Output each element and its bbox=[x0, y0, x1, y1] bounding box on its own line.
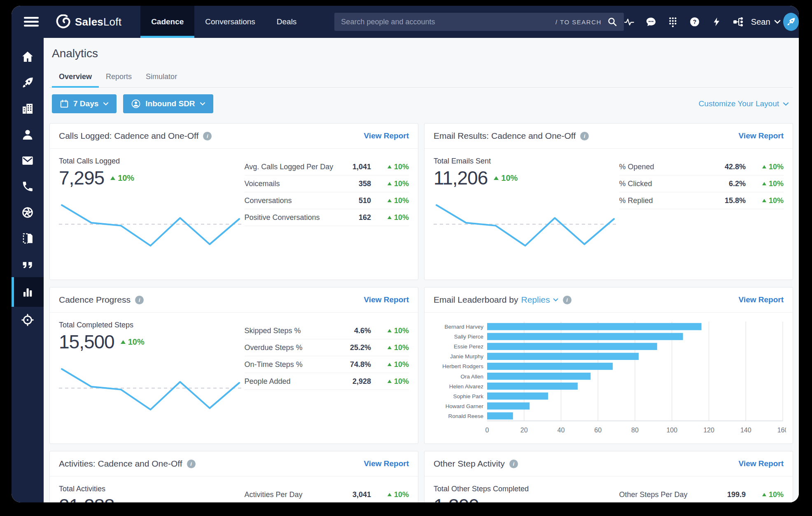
info-icon[interactable] bbox=[509, 460, 518, 468]
sidebar-item-live-feed-target[interactable] bbox=[12, 307, 44, 333]
card-other-step-activity: Other Step Activity View Report Total Ot… bbox=[424, 451, 793, 502]
calls-sparkline-chart bbox=[59, 202, 245, 256]
stat-row: On-Time Steps %74.8%10% bbox=[245, 356, 409, 373]
view-report-link[interactable]: View Report bbox=[739, 295, 784, 304]
nav-tab-deals[interactable]: Deals bbox=[266, 6, 308, 38]
person-circle-icon bbox=[131, 99, 141, 109]
search-shortcut-hint: / TO SEARCH bbox=[555, 19, 602, 26]
dialpad-icon[interactable] bbox=[667, 16, 678, 27]
card-title: Calls Logged: Cadence and One-Off bbox=[59, 131, 198, 141]
user-menu[interactable]: Sean bbox=[751, 17, 781, 27]
tab-overview[interactable]: Overview bbox=[52, 68, 99, 88]
metric-label: Replies bbox=[521, 295, 550, 305]
calendar-icon bbox=[60, 99, 69, 108]
team-dropdown[interactable]: Inbound SDR bbox=[123, 94, 213, 113]
team-label: Inbound SDR bbox=[145, 99, 195, 108]
tab-reports[interactable]: Reports bbox=[99, 68, 139, 88]
sidebar bbox=[12, 38, 44, 502]
bolt-icon[interactable] bbox=[711, 16, 722, 27]
card-activities: Activities: Cadence and One-Off View Rep… bbox=[49, 451, 418, 502]
sidebar-item-aperture[interactable] bbox=[12, 199, 44, 225]
svg-text:Janie Murphy: Janie Murphy bbox=[450, 353, 483, 360]
stat-delta: 10% bbox=[494, 173, 518, 183]
card-email-results: Email Results: Cadence and One-Off View … bbox=[424, 123, 793, 280]
sidebar-item-analytics[interactable] bbox=[12, 277, 44, 307]
info-icon[interactable] bbox=[135, 296, 144, 304]
view-report-link[interactable]: View Report bbox=[364, 131, 409, 140]
org-chart-icon[interactable] bbox=[733, 16, 744, 27]
sidebar-item-phone[interactable] bbox=[12, 173, 44, 199]
sidebar-item-accounts[interactable] bbox=[12, 96, 44, 121]
stat-row: Positive Conversations16210% bbox=[245, 209, 409, 226]
svg-text:80: 80 bbox=[631, 427, 639, 434]
stat-rows: % Opened42.8%10% % Clicked6.2%10% % Repl… bbox=[619, 157, 784, 256]
info-icon[interactable] bbox=[563, 296, 572, 304]
nav-tab-conversations[interactable]: Conversations bbox=[194, 6, 266, 38]
sidebar-item-cadence-rocket[interactable] bbox=[12, 70, 44, 96]
stat-rows: Skipped Steps %4.6%10% Overdue Steps %25… bbox=[245, 321, 409, 420]
svg-text:40: 40 bbox=[558, 427, 565, 434]
chevron-down-icon bbox=[553, 298, 558, 302]
chevron-down-icon bbox=[200, 102, 205, 106]
customize-layout-label: Customize Your Layout bbox=[699, 99, 779, 108]
svg-text:Ronald Reese: Ronald Reese bbox=[448, 413, 483, 419]
sidebar-item-email[interactable] bbox=[12, 147, 44, 173]
stat-label: Total Other Steps Completed bbox=[434, 485, 619, 493]
tab-simulator[interactable]: Simulator bbox=[139, 68, 184, 88]
view-report-link[interactable]: View Report bbox=[739, 459, 784, 468]
stat-value: 11,206 bbox=[434, 167, 488, 189]
nav-tab-cadence[interactable]: Cadence bbox=[140, 6, 194, 38]
chevron-down-icon bbox=[774, 19, 781, 24]
svg-text:Helen Alvarez: Helen Alvarez bbox=[449, 383, 484, 390]
stat-delta: 10% bbox=[121, 501, 145, 503]
svg-text:Sophie Park: Sophie Park bbox=[453, 393, 483, 399]
sidebar-item-notes[interactable] bbox=[12, 225, 44, 251]
search-icon[interactable] bbox=[607, 17, 617, 27]
rocket-avatar-button[interactable] bbox=[783, 13, 799, 31]
stat-rows: Other Steps Per Day199.910% bbox=[619, 485, 784, 502]
top-icon-bar: ? bbox=[624, 16, 744, 27]
svg-text:Essie Perez: Essie Perez bbox=[454, 343, 483, 350]
stat-row: % Clicked6.2%10% bbox=[619, 175, 784, 192]
sidebar-item-home[interactable] bbox=[12, 44, 44, 70]
global-search[interactable]: / TO SEARCH bbox=[334, 13, 624, 31]
info-icon[interactable] bbox=[580, 132, 589, 140]
svg-text:60: 60 bbox=[594, 427, 602, 434]
stat-label: Total Completed Steps bbox=[59, 321, 245, 329]
card-email-leaderboard: Email Leaderboard by Replies View Report… bbox=[424, 287, 793, 444]
leaderboard-bar-chart: 020406080100120140160Bernard HarveySally… bbox=[434, 318, 784, 436]
hamburger-icon[interactable] bbox=[24, 16, 39, 27]
svg-text:160: 160 bbox=[777, 427, 786, 434]
customize-layout-link[interactable]: Customize Your Layout bbox=[699, 99, 789, 108]
page-title: Analytics bbox=[52, 47, 791, 60]
view-report-link[interactable]: View Report bbox=[364, 295, 409, 304]
svg-text:Sally Pierce: Sally Pierce bbox=[454, 334, 483, 340]
chevron-down-icon bbox=[103, 102, 109, 106]
leaderboard-metric-dropdown[interactable]: Replies bbox=[521, 295, 558, 305]
info-icon[interactable] bbox=[187, 460, 196, 468]
svg-text:Ora Allen: Ora Allen bbox=[460, 374, 483, 380]
svg-text:Herbert Rodgers: Herbert Rodgers bbox=[442, 363, 483, 369]
stat-delta: 10% bbox=[110, 173, 134, 183]
svg-text:140: 140 bbox=[740, 427, 751, 434]
date-range-dropdown[interactable]: 7 Days bbox=[52, 94, 117, 113]
info-icon[interactable] bbox=[203, 132, 212, 140]
view-report-link[interactable]: View Report bbox=[364, 459, 409, 468]
search-input[interactable] bbox=[341, 18, 555, 26]
stage: SalesLoft Cadence Conversations Deals / … bbox=[0, 0, 812, 516]
salesloft-logo[interactable]: SalesLoft bbox=[56, 14, 121, 29]
view-report-link[interactable]: View Report bbox=[739, 131, 784, 140]
stat-value: 15,500 bbox=[59, 331, 114, 353]
analytics-tabs: Overview Reports Simulator bbox=[49, 68, 793, 88]
primary-nav: Cadence Conversations Deals bbox=[140, 6, 307, 38]
svg-text:0: 0 bbox=[485, 427, 489, 434]
sidebar-item-quotes[interactable] bbox=[12, 251, 44, 277]
chat-icon[interactable] bbox=[646, 16, 656, 27]
activity-icon[interactable] bbox=[624, 16, 635, 27]
stat-row: Avg. Calls Logged Per Day1,04110% bbox=[245, 159, 409, 175]
help-icon[interactable]: ? bbox=[689, 16, 700, 27]
sidebar-item-people[interactable] bbox=[12, 121, 44, 147]
chevron-down-icon bbox=[783, 102, 789, 106]
stat-label: Total Calls Logged bbox=[59, 157, 245, 166]
stat-value: 1,399 bbox=[434, 495, 479, 502]
